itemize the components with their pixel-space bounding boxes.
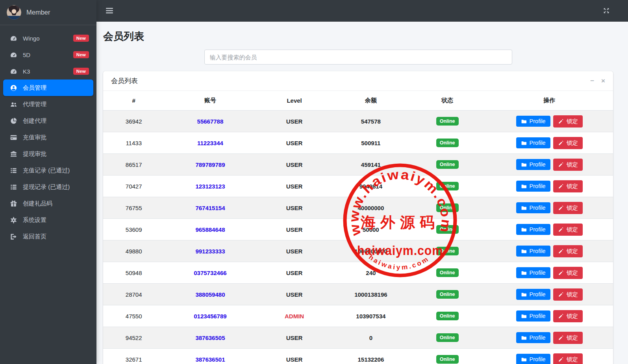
member-balance: 1000138196 bbox=[354, 291, 387, 298]
folder-icon bbox=[521, 140, 527, 146]
profile-button[interactable]: Profile bbox=[516, 332, 550, 343]
account-link[interactable]: 387636505 bbox=[195, 334, 225, 341]
account-link[interactable]: 767415154 bbox=[195, 205, 225, 211]
column-header: 状态 bbox=[409, 91, 485, 111]
account-link[interactable]: 388059480 bbox=[195, 291, 225, 298]
member-level: USER bbox=[286, 183, 303, 190]
sidebar-item-7[interactable]: 提现审批 bbox=[3, 146, 93, 162]
user-name[interactable]: Member bbox=[26, 9, 50, 16]
pencil-icon bbox=[558, 140, 564, 146]
sidebar-item-label: 创建礼品码 bbox=[23, 200, 52, 207]
profile-button[interactable]: Profile bbox=[516, 137, 550, 148]
member-id: 70427 bbox=[103, 176, 164, 197]
account-link[interactable]: 11223344 bbox=[197, 140, 223, 146]
search-input[interactable] bbox=[204, 50, 512, 65]
profile-button[interactable]: Profile bbox=[516, 116, 550, 127]
pencil-icon bbox=[558, 292, 564, 297]
sidebar-item-9[interactable]: 提现记录 (已通过) bbox=[3, 179, 93, 195]
profile-button[interactable]: Profile bbox=[516, 310, 550, 322]
sidebar-toggle-button[interactable] bbox=[106, 7, 113, 14]
profile-button[interactable]: Profile bbox=[516, 289, 550, 300]
folder-icon bbox=[521, 183, 527, 189]
account-link[interactable]: 965884648 bbox=[195, 226, 225, 233]
profile-button[interactable]: Profile bbox=[516, 246, 550, 257]
member-row: 76755767415154USER40000000OnlineProfile锁… bbox=[103, 197, 613, 219]
account-link[interactable]: 387636501 bbox=[195, 356, 225, 363]
card-tools: − × bbox=[590, 78, 605, 84]
lock-button[interactable]: 锁定 bbox=[553, 245, 583, 257]
folder-icon bbox=[521, 292, 527, 297]
member-balance: 40000000 bbox=[358, 205, 384, 211]
member-level: USER bbox=[286, 291, 303, 298]
profile-button[interactable]: Profile bbox=[516, 202, 550, 213]
profile-button[interactable]: Profile bbox=[516, 267, 550, 278]
column-header: 操作 bbox=[485, 91, 613, 111]
account-link[interactable]: 0123456789 bbox=[194, 313, 226, 320]
status-badge: Online bbox=[436, 203, 459, 212]
member-balance: 9949814 bbox=[359, 183, 382, 190]
sidebar-item-label: 5D bbox=[23, 52, 30, 58]
fullscreen-button[interactable] bbox=[603, 7, 610, 14]
lock-button[interactable]: 锁定 bbox=[553, 137, 583, 149]
sidebar-item-12[interactable]: 返回首页 bbox=[3, 228, 93, 245]
sidebar-item-label: 充值记录 (已通过) bbox=[23, 167, 70, 174]
lock-button[interactable]: 锁定 bbox=[553, 310, 583, 322]
member-list-card: 会员列表 − × #账号Level余额状态操作 3694255667788USE… bbox=[103, 71, 613, 364]
sidebar-item-2[interactable]: K3New bbox=[3, 63, 93, 79]
member-level: ADMIN bbox=[285, 313, 304, 320]
credit-card-icon bbox=[9, 134, 18, 141]
profile-button[interactable]: Profile bbox=[516, 354, 550, 364]
lock-button[interactable]: 锁定 bbox=[553, 267, 583, 279]
sidebar-item-6[interactable]: 充值审批 bbox=[3, 129, 93, 146]
sidebar-item-4[interactable]: 代理管理 bbox=[3, 96, 93, 113]
folder-icon bbox=[521, 248, 527, 254]
sidebar: Member WingoNew5DNewK3New会员管理代理管理创建代理充值审… bbox=[0, 0, 96, 364]
account-link[interactable]: 0375732466 bbox=[194, 270, 226, 276]
column-header: 余额 bbox=[333, 91, 409, 111]
lock-button[interactable]: 锁定 bbox=[553, 202, 583, 214]
status-badge: Online bbox=[436, 182, 459, 190]
member-id: 11433 bbox=[103, 132, 164, 154]
member-level: USER bbox=[286, 161, 303, 168]
sidebar-item-8[interactable]: 充值记录 (已通过) bbox=[3, 162, 93, 179]
status-badge: Online bbox=[436, 139, 459, 147]
member-balance: 50000 bbox=[363, 226, 379, 233]
lock-button[interactable]: 锁定 bbox=[553, 288, 583, 301]
sidebar-user-panel: Member bbox=[0, 0, 96, 25]
avatar[interactable] bbox=[7, 5, 21, 20]
account-link[interactable]: 789789789 bbox=[195, 161, 225, 168]
sidebar-item-label: 充值审批 bbox=[23, 134, 46, 141]
sidebar-item-5[interactable]: 创建代理 bbox=[3, 113, 93, 129]
account-link[interactable]: 55667788 bbox=[197, 118, 224, 125]
sidebar-item-3[interactable]: 会员管理 bbox=[3, 79, 93, 96]
sidebar-item-10[interactable]: 创建礼品码 bbox=[3, 195, 93, 212]
account-link[interactable]: 991233333 bbox=[195, 248, 225, 255]
profile-button[interactable]: Profile bbox=[516, 181, 550, 192]
lock-button[interactable]: 锁定 bbox=[553, 159, 583, 171]
lock-button[interactable]: 锁定 bbox=[553, 353, 583, 364]
member-id: 94522 bbox=[103, 327, 164, 349]
member-level: USER bbox=[286, 118, 303, 125]
status-badge: Online bbox=[436, 333, 459, 342]
member-level: USER bbox=[286, 205, 303, 211]
sidebar-item-1[interactable]: 5DNew bbox=[3, 46, 93, 63]
sidebar-item-label: 代理管理 bbox=[23, 101, 46, 108]
lock-button[interactable]: 锁定 bbox=[553, 180, 583, 192]
sidebar-item-11[interactable]: 系统设置 bbox=[3, 212, 93, 228]
user-circle-icon bbox=[9, 84, 18, 92]
profile-button[interactable]: Profile bbox=[516, 159, 550, 170]
lock-button[interactable]: 锁定 bbox=[553, 332, 583, 344]
sidebar-item-0[interactable]: WingoNew bbox=[3, 30, 93, 46]
lock-button[interactable]: 锁定 bbox=[553, 224, 583, 236]
member-id: 53609 bbox=[103, 219, 164, 240]
status-badge: Online bbox=[436, 247, 459, 255]
member-id: 28704 bbox=[103, 284, 164, 305]
account-link[interactable]: 123123123 bbox=[195, 183, 225, 190]
close-icon[interactable]: × bbox=[601, 78, 605, 84]
profile-button[interactable]: Profile bbox=[516, 224, 550, 235]
pencil-icon bbox=[558, 205, 564, 211]
lock-button[interactable]: 锁定 bbox=[553, 115, 583, 127]
minimize-icon[interactable]: − bbox=[590, 78, 594, 84]
sign-out-icon bbox=[9, 233, 18, 240]
folder-icon bbox=[521, 270, 527, 276]
